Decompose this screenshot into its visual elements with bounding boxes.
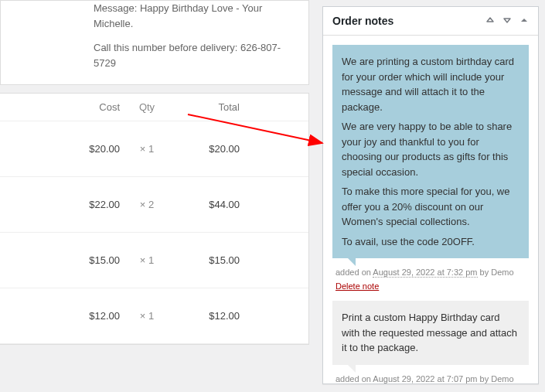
cell-total: $44.00: [174, 199, 240, 210]
cell-total: $15.00: [174, 254, 240, 266]
note-text: We are very happy to be able to share yo…: [342, 119, 519, 179]
cell-cost: $22.00: [0, 199, 120, 210]
cell-total: $12.00: [174, 310, 240, 322]
note-text: To avail, use the code 20OFF.: [342, 234, 519, 250]
cell-cost: $15.00: [0, 254, 120, 266]
note-author: by Demo: [478, 268, 514, 277]
cell-qty: × 2: [120, 199, 174, 210]
cell-cost: $12.00: [0, 310, 120, 322]
note-date: August 29, 2022 at 7:32 pm: [373, 268, 477, 278]
order-note: We are printing a custom birthday card f…: [332, 45, 529, 293]
move-up-icon[interactable]: [485, 15, 495, 27]
message-line: Call this number before delivery: 626-80…: [94, 40, 293, 70]
note-meta: added on August 29, 2022 at 7:32 pm by D…: [336, 266, 529, 293]
note-bubble-private: Print a custom Happy Birthday card with …: [332, 301, 529, 365]
order-message-box: Message: Happy Birthday Love - Your Mich…: [0, 0, 309, 85]
order-note: Print a custom Happy Birthday card with …: [332, 301, 529, 383]
table-row: $22.00 × 2 $44.00: [0, 177, 308, 233]
table-row: $12.00 × 1 $12.00: [0, 288, 308, 344]
col-header-qty: Qty: [120, 101, 174, 113]
note-date: August 29, 2022 at 7:07 pm: [373, 374, 477, 383]
order-items-table: Cost Qty Total $20.00 × 1 $20.00 $22.00 …: [0, 93, 309, 345]
note-text: Print a custom Happy Birthday card with …: [342, 310, 519, 356]
table-row: $15.00 × 1 $15.00: [0, 233, 308, 288]
note-bubble-customer: We are printing a custom birthday card f…: [332, 45, 529, 258]
note-meta: added on August 29, 2022 at 7:07 pm by D…: [336, 373, 529, 383]
note-meta-prefix: added on: [336, 374, 373, 383]
panel-header: Order notes: [323, 7, 538, 36]
col-header-total: Total: [174, 101, 240, 113]
cell-total: $20.00: [174, 143, 240, 155]
note-meta-prefix: added on: [336, 268, 373, 277]
move-down-icon[interactable]: [502, 15, 512, 27]
note-text: We are printing a custom birthday card f…: [342, 54, 519, 114]
note-author: by Demo: [478, 374, 514, 383]
col-header-cost: Cost: [0, 101, 120, 113]
cell-qty: × 1: [120, 254, 174, 266]
table-row: $20.00 × 1 $20.00: [0, 121, 308, 177]
cell-qty: × 1: [120, 310, 174, 322]
note-text: To make this more special for you, we of…: [342, 184, 519, 230]
table-header-row: Cost Qty Total: [0, 94, 308, 121]
toggle-panel-icon[interactable]: [519, 15, 529, 27]
order-notes-panel: Order notes We are printing a custom bir…: [322, 6, 539, 384]
cell-qty: × 1: [120, 143, 174, 155]
cell-cost: $20.00: [0, 143, 120, 155]
delete-note-link[interactable]: Delete note: [336, 281, 379, 291]
panel-body: We are printing a custom birthday card f…: [323, 36, 538, 383]
message-line: Message: Happy Birthday Love - Your Mich…: [94, 1, 293, 31]
panel-title: Order notes: [332, 15, 393, 27]
